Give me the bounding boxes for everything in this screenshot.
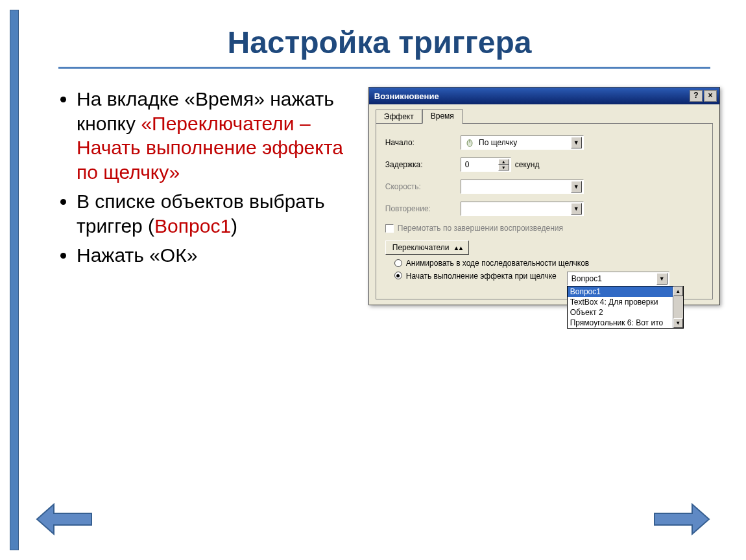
prev-slide-button[interactable] — [36, 503, 93, 538]
label-radio-sequence: Анимировать в ходе последовательности ще… — [406, 259, 589, 268]
collapse-icon: ▲▲ — [453, 244, 463, 251]
bullet-highlight: Вопрос1 — [154, 215, 231, 237]
rewind-checkbox[interactable] — [385, 224, 394, 233]
spin-down-icon[interactable]: ▼ — [498, 165, 509, 170]
effect-options-dialog: Возникновение ? × Эффект Время Начало: — [368, 87, 720, 305]
close-button[interactable]: × — [704, 90, 717, 102]
dialog-titlebar[interactable]: Возникновение ? × — [369, 88, 719, 104]
radio-start-on-click[interactable] — [394, 272, 402, 279]
label-radio-click: Начать выполнение эффекта при щелчке — [406, 272, 557, 281]
list-item: В списке объектов выбрать триггер (Вопро… — [77, 189, 357, 238]
bullet-text: Нажать «ОК» — [77, 244, 197, 266]
label-speed: Скорость: — [385, 182, 457, 191]
toggles-button[interactable]: Переключатели ▲▲ — [385, 240, 470, 255]
dropdown-arrow-icon[interactable]: ▼ — [656, 273, 668, 285]
delay-value: 0 — [465, 160, 470, 169]
trigger-object-dropdown: Вопрос1 TextBox 4: Для проверки Объект 2… — [567, 286, 684, 329]
dropdown-arrow-icon[interactable]: ▼ — [571, 181, 582, 192]
trigger-object-select[interactable]: Вопрос1 ▼ — [567, 272, 669, 286]
title-underline — [58, 67, 710, 69]
list-item: На вкладке «Время» нажать кнопку «Перекл… — [77, 87, 357, 184]
start-select[interactable]: По щелчку ▼ — [461, 135, 584, 150]
delay-spinner[interactable]: 0 ▲ ▼ — [461, 158, 511, 172]
next-slide-button[interactable] — [653, 503, 710, 538]
slide-title: Настройка триггера — [39, 13, 720, 67]
radio-animate-sequence[interactable] — [394, 259, 402, 267]
toggles-button-label: Переключатели — [392, 243, 450, 252]
dialog-title: Возникновение — [374, 91, 439, 101]
trigger-object-value: Вопрос1 — [572, 274, 602, 283]
tabs: Эффект Время — [376, 108, 713, 123]
dropdown-item[interactable]: TextBox 4: Для проверки — [568, 297, 673, 307]
scroll-down-icon[interactable]: ▼ — [673, 318, 683, 328]
spin-up-icon[interactable]: ▲ — [498, 159, 509, 165]
tab-effect[interactable]: Эффект — [376, 110, 422, 124]
slide-side-accent — [10, 10, 19, 550]
dropdown-scrollbar[interactable]: ▲ ▼ — [673, 286, 683, 328]
tab-content-time: Начало: По щелчку ▼ Задержка: 0 — [376, 123, 713, 299]
repeat-select[interactable]: ▼ — [461, 202, 584, 216]
dropdown-item[interactable]: Прямоугольник 6: Вот ито — [568, 318, 673, 328]
label-rewind: Перемотать по завершении воспроизведения — [398, 224, 563, 233]
dropdown-item[interactable]: Объект 2 — [568, 307, 673, 318]
label-start: Начало: — [385, 138, 457, 147]
dropdown-item[interactable]: Вопрос1 — [568, 286, 673, 297]
label-seconds: секунд — [515, 160, 540, 169]
label-repeat: Повторение: — [385, 204, 457, 213]
help-button[interactable]: ? — [690, 90, 703, 102]
arrow-right-icon — [653, 503, 710, 535]
list-item: Нажать «ОК» — [77, 243, 357, 268]
arrow-left-icon — [36, 503, 93, 535]
start-value: По щелчку — [479, 138, 517, 147]
tab-time[interactable]: Время — [422, 109, 463, 124]
dropdown-arrow-icon[interactable]: ▼ — [571, 203, 582, 215]
bullet-list: На вкладке «Время» нажать кнопку «Перекл… — [58, 87, 357, 305]
bullet-text: ) — [231, 215, 237, 237]
mouse-icon — [465, 138, 474, 147]
dropdown-arrow-icon[interactable]: ▼ — [571, 137, 582, 148]
scroll-up-icon[interactable]: ▲ — [673, 286, 683, 296]
label-delay: Задержка: — [385, 160, 457, 169]
speed-select[interactable]: ▼ — [461, 180, 584, 194]
